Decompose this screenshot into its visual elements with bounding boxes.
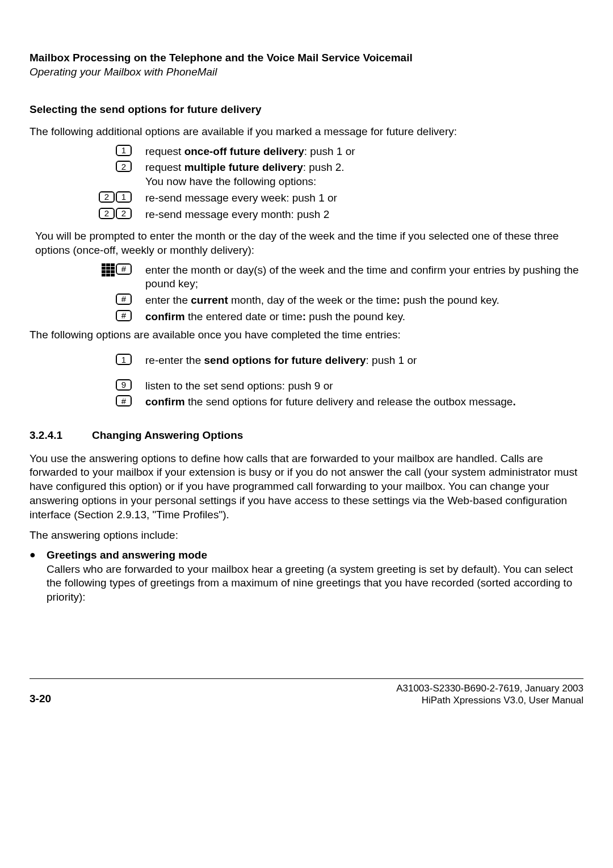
keypad-icon	[102, 263, 115, 276]
prompt-para: You will be prompted to enter the month …	[35, 229, 583, 257]
row-text: re-enter the send options for future del…	[140, 354, 583, 368]
page-footer: 3-20 A31003-S2330-B690-2-7619, January 2…	[30, 678, 583, 707]
bullet-body-text: Callers who are forwarded to your mailbo…	[47, 563, 583, 605]
row-text: request multiple future delivery: push 2…	[140, 161, 583, 188]
answering-para-2: The answering options include:	[30, 529, 583, 543]
page-number: 3-20	[30, 692, 51, 706]
row-text: confirm the send options for future deli…	[140, 395, 583, 409]
row-text: request once-off future delivery: push 1…	[140, 145, 583, 159]
key-hash-icon: #	[116, 395, 132, 406]
section-heading-send-options: Selecting the send options for future de…	[30, 103, 583, 117]
bullet-icon: ●	[30, 548, 47, 605]
key-1-icon: 1	[116, 354, 132, 365]
section-number: 3.2.4.1	[30, 429, 92, 443]
key-2-icon: 2	[99, 191, 115, 203]
option-row-current: # enter the current month, day of the we…	[30, 293, 583, 308]
option-row-weekly: 2 1 re-send message every week: push 1 o…	[30, 191, 583, 206]
header-title: Mailbox Processing on the Telephone and …	[30, 51, 583, 65]
key-2-icon: 2	[116, 161, 132, 172]
option-row-confirm-date: # confirm the entered date or time: push…	[30, 310, 583, 324]
intro-para: The following additional options are ava…	[30, 125, 583, 139]
page-header: Mailbox Processing on the Telephone and …	[30, 51, 583, 79]
row-text: enter the current month, day of the week…	[140, 293, 583, 308]
answering-para-1: You use the answering options to define …	[30, 452, 583, 522]
row-text: listen to the set send options: push 9 o…	[140, 379, 583, 393]
header-subtitle: Operating your Mailbox with PhoneMail	[30, 65, 583, 79]
option-row-listen: 9 listen to the set send options: push 9…	[30, 379, 583, 393]
option-row-once-off: 1 request once-off future delivery: push…	[30, 145, 583, 159]
key-hash-icon: #	[116, 293, 132, 305]
key-2-icon: 2	[116, 208, 132, 219]
row-text: re-send message every week: push 1 or	[140, 191, 583, 206]
option-row-enter-date: # enter the month or day(s) of the week …	[30, 263, 583, 291]
key-1-icon: 1	[116, 145, 132, 156]
footer-meta: A31003-S2330-B690-2-7619, January 2003 H…	[396, 682, 583, 707]
key-hash-icon: #	[116, 310, 132, 321]
key-2-icon: 2	[99, 208, 115, 219]
option-row-multiple: 2 request multiple future delivery: push…	[30, 161, 583, 188]
after-para: The following options are available once…	[30, 328, 583, 342]
row-text: enter the month or day(s) of the week an…	[140, 263, 583, 291]
bullet-title: Greetings and answering mode	[47, 548, 583, 563]
section-heading-answering: 3.2.4.1 Changing Answering Options	[30, 429, 583, 443]
key-hash-icon: #	[116, 263, 132, 275]
key-9-icon: 9	[116, 379, 132, 391]
bullet-greetings: ● Greetings and answering mode Callers w…	[30, 548, 583, 605]
option-row-confirm-send: # confirm the send options for future de…	[30, 395, 583, 409]
option-row-reenter: 1 re-enter the send options for future d…	[30, 354, 583, 368]
row-text: re-send message every month: push 2	[140, 208, 583, 222]
section-title: Changing Answering Options	[92, 429, 243, 443]
key-1-icon: 1	[116, 191, 132, 203]
row-text: confirm the entered date or time: push t…	[140, 310, 583, 324]
option-row-monthly: 2 2 re-send message every month: push 2	[30, 208, 583, 222]
